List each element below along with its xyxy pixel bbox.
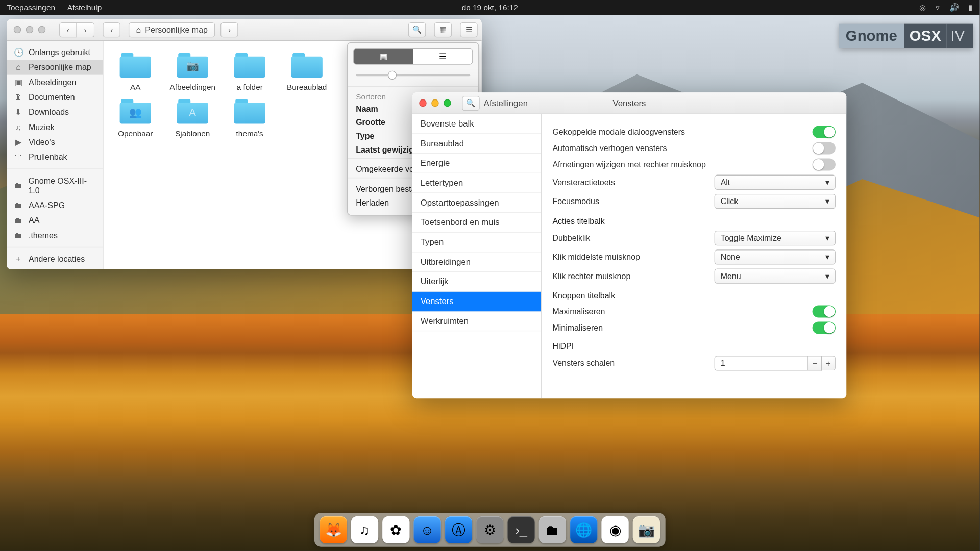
settings-category[interactable]: Opstarttoepassingen [412, 193, 541, 213]
window-scale-stepper[interactable]: 1 − + [715, 356, 836, 370]
dock-web[interactable]: 🌐 [570, 516, 597, 543]
sidebar-item[interactable]: 🖿AA [7, 213, 103, 228]
maximize-button[interactable] [38, 26, 46, 34]
sidebar-item[interactable]: 🖿AAA-SPG [7, 198, 103, 213]
sidebar-item[interactable]: ⬇Downloads [7, 105, 103, 119]
dock-files[interactable]: 🖿 [539, 516, 566, 543]
sidebar-icon: 🗑 [14, 153, 23, 162]
folder-icon: 👥 [117, 96, 154, 125]
dock-chrome[interactable]: ◉ [601, 516, 628, 543]
settings-search-button[interactable]: 🔍 [462, 95, 480, 110]
folder-item[interactable]: 📷Afbeeldingen [166, 51, 219, 91]
settings-category[interactable]: Typen [412, 233, 541, 253]
sidebar-label: Afbeeldingen [29, 78, 76, 87]
folder-item[interactable]: ASjablonen [166, 96, 219, 137]
folder-item[interactable]: Bureaublad [280, 51, 333, 91]
nav-forward-button[interactable]: › [77, 22, 95, 37]
settings-category[interactable]: Energie [412, 154, 541, 173]
battery-icon[interactable]: ▮ [968, 3, 973, 12]
middleclick-combo[interactable]: None▾ [715, 249, 836, 264]
sidebar-item[interactable]: 🗎Documenten [7, 90, 103, 105]
wifi-icon[interactable]: ▿ [936, 3, 940, 12]
view-icons-button[interactable]: ▦ [354, 49, 413, 64]
dock-terminal[interactable]: ›_ [507, 516, 534, 543]
close-button[interactable] [14, 26, 21, 34]
modal-dialogs-label: Gekoppelde modale dialoogvensters [552, 127, 685, 137]
auto-raise-toggle[interactable] [813, 142, 836, 155]
search-button[interactable]: 🔍 [408, 22, 426, 37]
dock-music[interactable]: ♫ [351, 516, 378, 543]
settings-category[interactable]: Bovenste balk [412, 114, 541, 134]
folder-icon: A [174, 96, 211, 125]
rightclick-combo[interactable]: Menu▾ [715, 269, 836, 284]
file-manager-titlebar[interactable]: ‹ › ‹ ⌂ Persoonlijke map › 🔍 ▦ ☰ [7, 19, 481, 41]
nav-up-button[interactable]: ‹ [103, 22, 120, 37]
folder-item[interactable]: thema's [223, 96, 276, 137]
nav-back-button[interactable]: ‹ [59, 22, 77, 37]
sidebar-item[interactable]: ▣Afbeeldingen [7, 75, 103, 90]
sidebar-item[interactable]: ⌂Persoonlijke map [7, 60, 103, 74]
action-key-combo[interactable]: Alt▾ [715, 175, 836, 190]
focus-mode-combo[interactable]: Click▾ [715, 194, 836, 209]
hamburger-menu-button[interactable]: ☰ [460, 22, 478, 37]
folder-item[interactable]: 👥Openbaar [109, 96, 162, 137]
stepper-minus-button[interactable]: − [808, 356, 822, 370]
window-scale-value[interactable]: 1 [715, 356, 808, 370]
sidebar-label: Andere locaties [29, 255, 85, 264]
sidebar-label: Prullenbak [29, 153, 67, 162]
doubleclick-combo[interactable]: Toggle Maximize▾ [715, 231, 836, 245]
path-bar[interactable]: ⌂ Persoonlijke map [129, 22, 215, 37]
sidebar-other-locations[interactable]: +Andere locaties [7, 252, 103, 266]
settings-titlebar[interactable]: 🔍 Afstellingen Vensters [412, 92, 846, 114]
sidebar-item[interactable]: 🕓Onlangs gebruikt [7, 45, 103, 60]
settings-category[interactable]: Bureaublad [412, 134, 541, 154]
dock-appstore[interactable]: Ⓐ [445, 516, 472, 543]
dock-firefox[interactable]: 🦊 [320, 516, 347, 543]
view-mode-segmented[interactable]: ▦ ☰ [353, 48, 473, 65]
folder-item[interactable]: a folder [223, 51, 276, 91]
settings-title: Vensters [613, 98, 646, 108]
sidebar-item[interactable]: 🖿Gnome OSX-III-1.0 [7, 173, 103, 198]
settings-category[interactable]: Werkruimten [412, 312, 541, 332]
menu-current-app[interactable]: Afstelhulp [67, 4, 102, 12]
path-dropdown-button[interactable]: › [220, 22, 238, 37]
clock[interactable]: do 19 okt, 16:12 [462, 4, 518, 12]
action-key-label: Vensteractietoets [552, 178, 615, 187]
auto-raise-label: Automatisch verhogen vensters [552, 143, 667, 153]
settings-category[interactable]: Lettertypen [412, 173, 541, 193]
view-list-button[interactable]: ☰ [413, 49, 472, 64]
folder-item[interactable]: AA [109, 51, 162, 91]
minimize-button[interactable] [26, 26, 34, 34]
dock-screenshot[interactable]: 📷 [633, 516, 660, 543]
settings-tray-icon[interactable]: ◎ [919, 3, 926, 12]
path-label: Persoonlijke map [145, 25, 208, 35]
settings-category[interactable]: Toetsenbord en muis [412, 213, 541, 233]
settings-category[interactable]: Vensters [412, 292, 541, 312]
dock-photos[interactable]: ✿ [382, 516, 409, 543]
sidebar-item[interactable]: ♫Muziek [7, 120, 103, 135]
stepper-plus-button[interactable]: + [822, 356, 836, 370]
sidebar-label: Downloads [29, 108, 69, 117]
settings-category[interactable]: Uiterlijk [412, 272, 541, 292]
sidebar-item[interactable]: ▶Video's [7, 135, 103, 149]
modal-dialogs-toggle[interactable] [813, 126, 836, 138]
resize-right-toggle[interactable] [813, 159, 836, 171]
sidebar-item[interactable]: 🗑Prullenbak [7, 149, 103, 164]
minimize-label: Minimaliseren [552, 323, 603, 333]
sidebar-item[interactable]: 🖿.themes [7, 228, 103, 243]
maximize-toggle[interactable] [813, 306, 836, 318]
volume-icon[interactable]: 🔊 [949, 3, 959, 12]
sidebar-icon: ♫ [14, 122, 23, 132]
dock-finder[interactable]: ☺ [413, 516, 440, 543]
minimize-button[interactable] [431, 99, 439, 107]
view-grid-button[interactable]: ▦ [434, 22, 452, 37]
settings-category[interactable]: Uitbreidingen [412, 253, 541, 272]
chevron-down-icon: ▾ [825, 233, 829, 243]
maximize-button[interactable] [444, 99, 451, 107]
menu-applications[interactable]: Toepassingen [7, 4, 55, 12]
dock-settings[interactable]: ⚙ [476, 516, 503, 543]
minimize-toggle[interactable] [813, 322, 836, 334]
file-sidebar: 🕓Onlangs gebruikt⌂Persoonlijke map▣Afbee… [7, 41, 103, 269]
close-button[interactable] [419, 99, 427, 107]
zoom-slider[interactable] [356, 70, 470, 80]
